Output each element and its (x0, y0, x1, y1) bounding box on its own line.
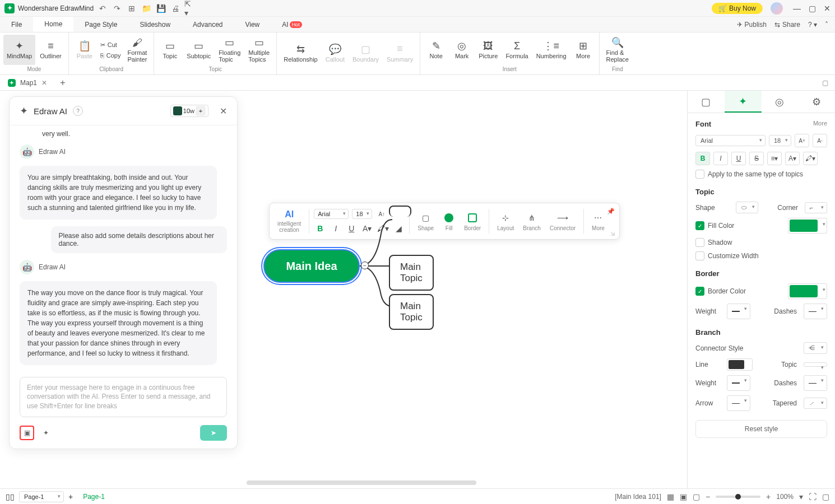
expand-toolbar-icon[interactable]: ⇲ (610, 231, 615, 237)
page-tab[interactable]: Page-1 (77, 492, 110, 502)
bold-button[interactable]: B (695, 152, 710, 165)
canvas[interactable]: ✦ Edraw AI ? 10w + ✕ very well. 🤖 Edraw … (0, 91, 687, 488)
close-tab-icon[interactable]: ✕ (41, 79, 47, 87)
buy-now-button[interactable]: 🛒 Buy Now (712, 3, 763, 14)
subtopic-button[interactable]: ▭Subtopic (183, 35, 214, 65)
horizontal-scrollbar[interactable] (247, 480, 476, 485)
font-more-link[interactable]: More (813, 120, 827, 128)
fill-color-picker[interactable] (788, 218, 827, 234)
boundary-button[interactable]: ▢Boundary (349, 35, 382, 71)
mark-button[interactable]: ◎Mark (449, 35, 474, 65)
copy-button[interactable]: ⎘ Copy (98, 51, 123, 60)
page-select[interactable]: Page-1 (19, 491, 64, 502)
add-page-button[interactable]: + (68, 492, 73, 501)
topic-node[interactable]: Main Topic (389, 255, 434, 291)
find-replace-button[interactable]: 🔍Find & Replace (603, 35, 632, 65)
fullscreen-icon[interactable]: ▢ (822, 492, 829, 501)
ai-tool-1-button[interactable]: ▣ (20, 426, 34, 440)
topic-node-partial[interactable] (389, 206, 411, 217)
share-button[interactable]: ⇆ Share (774, 21, 800, 29)
branch-button[interactable]: ⋔Branch (519, 212, 544, 231)
close-button[interactable]: ✕ (824, 4, 831, 13)
cut-button[interactable]: ✂ Cut (98, 40, 123, 50)
shape-select[interactable]: ⬭ (736, 202, 758, 213)
maximize-button[interactable]: ▢ (809, 4, 816, 13)
topic-node[interactable]: Main Topic (389, 294, 434, 330)
topic-button[interactable]: ▭Topic (157, 35, 182, 65)
branch-dashes-select[interactable] (804, 375, 827, 391)
underline-button[interactable]: U (731, 152, 746, 165)
expand-collapse-handle[interactable]: − (361, 262, 369, 269)
font-color-button[interactable]: A▾ (785, 152, 800, 165)
ai-tool-2-button[interactable]: ✦ (39, 426, 53, 440)
panel-tab-settings[interactable]: ⚙ (798, 91, 835, 113)
export-icon[interactable]: ⇱ ▾ (184, 3, 196, 14)
ai-credits[interactable]: 10w + (170, 105, 208, 117)
redo-icon[interactable]: ↷ (112, 3, 123, 14)
save-icon[interactable]: 💾 (155, 3, 166, 14)
add-credits-button[interactable]: + (196, 106, 206, 116)
zoom-out-button[interactable]: − (706, 492, 710, 501)
floating-topic-button[interactable]: ▭Floating Topic (215, 35, 244, 65)
panel-tab-icons[interactable]: ◎ (762, 91, 799, 113)
menu-home[interactable]: Home (33, 17, 73, 32)
send-button[interactable]: ➤ (200, 425, 227, 441)
decrease-font-button[interactable]: A- (813, 134, 827, 147)
line-color-picker[interactable] (727, 358, 753, 371)
relationship-button[interactable]: ⇆Relationship (280, 35, 321, 71)
formula-button[interactable]: ΣFormula (502, 35, 531, 65)
user-avatar[interactable] (771, 2, 783, 15)
panel-tab-style[interactable]: ▢ (688, 91, 725, 113)
connector-style-select[interactable]: ⋲ (804, 342, 827, 354)
fit-screen-icon[interactable]: ⛶ (809, 492, 817, 501)
apply-same-type-checkbox[interactable] (695, 170, 704, 179)
summary-button[interactable]: ≡Summary (383, 35, 416, 71)
zoom-in-button[interactable]: + (766, 492, 771, 501)
callout-button[interactable]: 💬Callout (322, 35, 348, 71)
collapse-ribbon-button[interactable]: ˄ (825, 21, 828, 29)
close-panel-icon[interactable]: ✕ (220, 106, 227, 116)
font-size-select[interactable]: 18 (769, 135, 791, 146)
italic-button[interactable]: I (713, 152, 728, 165)
view-mode-1-icon[interactable]: ▦ (667, 492, 674, 501)
view-mode-2-icon[interactable]: ▣ (680, 492, 687, 501)
shadow-checkbox[interactable] (695, 238, 704, 247)
menu-slideshow[interactable]: Slideshow (128, 17, 182, 32)
numbering-button[interactable]: ⋮≡Numbering (533, 35, 570, 65)
corner-select[interactable]: ⌐ (805, 202, 827, 213)
expand-tabs-icon[interactable]: ▢ (822, 79, 833, 87)
new-icon[interactable]: ⊞ (126, 3, 137, 14)
border-color-checkbox[interactable]: ✓ (695, 287, 704, 296)
highlight-button[interactable]: 🖍▾ (803, 152, 818, 165)
zoom-dropdown[interactable]: ▾ (799, 492, 803, 501)
pin-icon[interactable]: 📌 (607, 208, 615, 215)
minimize-button[interactable]: — (793, 4, 801, 13)
fill-color-checkbox[interactable]: ✓ (695, 221, 704, 230)
arrow-select[interactable] (727, 395, 750, 411)
format-painter-button[interactable]: 🖌Format Painter (124, 35, 150, 65)
border-dashes-select[interactable] (804, 304, 827, 319)
multiple-topics-button[interactable]: ▭Multiple Topics (245, 35, 273, 65)
more-insert-button[interactable]: ⊞More (571, 35, 596, 65)
mindmap-mode-button[interactable]: ✦MindMap (3, 35, 35, 65)
picture-button[interactable]: 🖼Picture (475, 35, 501, 65)
branch-topic-select[interactable] (804, 362, 827, 367)
main-idea-node[interactable]: Main Idea (263, 249, 360, 283)
border-color-picker[interactable] (788, 283, 827, 299)
increase-font-button[interactable]: A+ (795, 134, 809, 147)
tapered-select[interactable]: ⟋ (804, 398, 827, 409)
branch-weight-select[interactable] (727, 375, 750, 391)
pages-icon[interactable]: ▯▯ (6, 492, 15, 501)
layout-button[interactable]: ⊹Layout (494, 212, 517, 231)
print-icon[interactable]: 🖨 (170, 3, 181, 14)
menu-ai[interactable]: AIHot (271, 17, 313, 32)
help-icon[interactable]: ? (73, 106, 83, 116)
ai-chat-body[interactable]: very well. 🤖 Edraw AI You are simply bre… (10, 125, 237, 372)
undo-icon[interactable]: ↶ (97, 3, 108, 14)
outliner-mode-button[interactable]: ≡Outliner (36, 35, 65, 65)
panel-tab-ai[interactable]: ✦ (725, 91, 762, 113)
more-options-button[interactable]: ⋯More (588, 212, 608, 231)
menu-file[interactable]: File (0, 17, 33, 32)
customize-width-checkbox[interactable] (695, 251, 704, 260)
menu-view[interactable]: View (234, 17, 271, 32)
